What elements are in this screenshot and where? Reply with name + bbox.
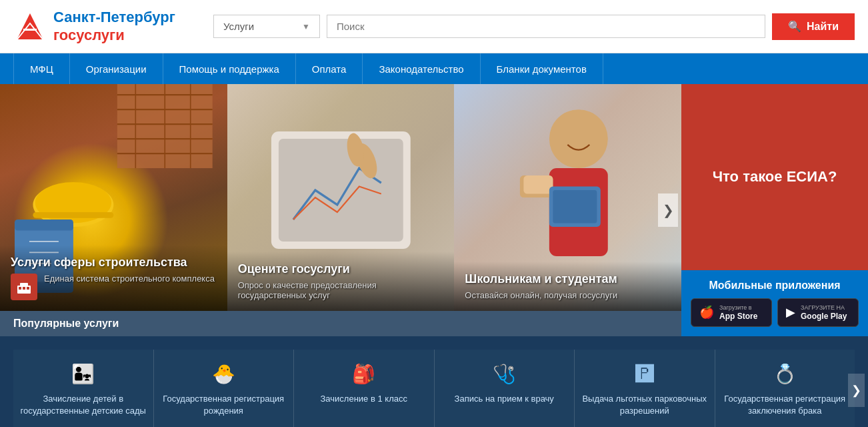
search-button[interactable]: 🔍 Найти [772, 13, 855, 40]
birth-reg-label: Государственная регистрация рождения [161, 393, 287, 417]
bottom-nav-arrow[interactable]: ❯ [848, 374, 865, 407]
google-play-name: Google Play [801, 312, 847, 321]
kindergarten-label: Зачисление детей в государственные детск… [20, 393, 147, 417]
svg-rect-24 [19, 287, 21, 290]
services-dropdown[interactable]: Услуги ▼ [213, 15, 320, 38]
hero-section: Услуги сферы строительства Единая систем… [0, 84, 868, 336]
svg-rect-36 [553, 190, 597, 223]
service-doctor[interactable]: 🩺 Запись на прием к врачу [435, 350, 575, 427]
doctor-label: Запись на прием к врачу [455, 393, 554, 405]
hero-card-evaluate[interactable]: Оцените госуслуги Опрос о качестве предо… [227, 84, 455, 311]
mobile-apps-title: Мобильные приложения [691, 280, 859, 292]
hero-main: Услуги сферы строительства Единая систем… [0, 84, 681, 336]
svg-rect-17 [15, 220, 73, 230]
evaluate-overlay: Оцените госуслуги Опрос о качестве предо… [227, 252, 455, 311]
parking-label: Выдача льготных парковочных разрешений [581, 393, 708, 417]
hero-arrow-icon: ❯ [663, 202, 674, 218]
construction-title: Услуги сферы строительства [11, 256, 217, 270]
search-area: Услуги ▼ 🔍 Найти [213, 13, 855, 40]
nav-item-mfc[interactable]: МФЦ [13, 53, 70, 84]
svg-rect-34 [524, 175, 553, 193]
logo-area: Санкт-Петербург госуслуги [13, 9, 200, 44]
svg-rect-15 [33, 212, 113, 218]
logo-gosuslugi: госуслуги [53, 27, 175, 44]
google-play-sub: ЗАГРУЗИТЕ НА [801, 304, 847, 312]
nav-item-organizations[interactable]: Организации [70, 53, 163, 84]
evaluate-desc: Опрос о качестве предоставления государс… [238, 280, 444, 300]
service-school-1[interactable]: 🎒 Зачисление в 1 класс [294, 350, 435, 427]
marriage-label: Государственная регистрация заключения б… [722, 393, 849, 417]
kindergarten-icon: 👨‍👧 [71, 363, 95, 385]
header: Санкт-Петербург госуслуги Услуги ▼ 🔍 Най… [0, 0, 868, 53]
popular-label: Популярные услуги [13, 318, 119, 329]
logo-city: Санкт-Петербург [53, 9, 175, 26]
hero-cards: Услуги сферы строительства Единая систем… [0, 84, 681, 311]
svg-rect-25 [23, 287, 25, 290]
svg-rect-2 [23, 29, 37, 31]
evaluate-title: Оцените госуслуги [238, 262, 444, 276]
esia-box[interactable]: Что такое ЕСИА? [681, 84, 868, 270]
svg-rect-26 [27, 287, 29, 290]
esia-label: Что такое ЕСИА? [713, 168, 837, 185]
search-icon: 🔍 [788, 20, 801, 33]
nav-item-legislation[interactable]: Законодательство [363, 53, 480, 84]
svg-point-31 [549, 109, 608, 168]
construction-desc: Единая система строительного комплекса [44, 274, 215, 284]
nav-item-payment[interactable]: Оплата [296, 53, 363, 84]
google-play-button[interactable]: ▶ ЗАГРУЗИТЕ НА Google Play [777, 298, 859, 327]
app-store-name: App Store [719, 312, 757, 321]
services-dropdown-label: Услуги [223, 21, 254, 32]
service-kindergarten[interactable]: 👨‍👧 Зачисление детей в государственные д… [13, 350, 154, 427]
service-birth-reg[interactable]: 🐣 Государственная регистрация рождения [154, 350, 295, 427]
app-buttons: 🍎 Загрузите в App Store ▶ ЗАГРУЗИТЕ НА G… [691, 298, 859, 327]
logo-icon [13, 10, 47, 43]
nav-item-blanks[interactable]: Бланки документов [481, 53, 603, 84]
hero-nav-arrow[interactable]: ❯ [658, 193, 678, 227]
service-marriage[interactable]: 💍 Государственная регистрация заключения… [715, 350, 855, 427]
hero-side: Что такое ЕСИА? Мобильные приложения 🍎 З… [681, 84, 868, 336]
bottom-arrow-icon: ❯ [851, 383, 861, 398]
dropdown-arrow-icon: ▼ [302, 22, 310, 31]
apple-icon: 🍎 [699, 305, 714, 320]
app-store-text: Загрузите в App Store [719, 304, 757, 321]
parking-icon: 🅿 [635, 363, 654, 385]
school-1-icon: 🎒 [352, 363, 375, 385]
hero-card-students[interactable]: Школьникам и студентам Оставайся онлайн,… [454, 84, 681, 311]
students-desc: Оставайся онлайн, получая госуслуги [465, 290, 671, 300]
services-grid: 👨‍👧 Зачисление детей в государственные д… [13, 350, 855, 427]
app-store-sub: Загрузите в [719, 304, 757, 312]
marriage-icon: 💍 [773, 363, 797, 385]
logo-text: Санкт-Петербург госуслуги [53, 9, 175, 44]
students-overlay: Школьникам и студентам Оставайся онлайн,… [454, 262, 681, 311]
mobile-apps-box: Мобильные приложения 🍎 Загрузите в App S… [681, 270, 868, 336]
doctor-icon: 🩺 [493, 363, 516, 385]
play-icon: ▶ [786, 305, 795, 320]
hero-card-construction[interactable]: Услуги сферы строительства Единая систем… [0, 84, 227, 311]
nav-bar: МФЦ Организации Помощь и поддержка Оплат… [0, 53, 868, 84]
school-1-label: Зачисление в 1 класс [321, 393, 407, 405]
construction-icon [11, 274, 37, 300]
google-play-text: ЗАГРУЗИТЕ НА Google Play [801, 304, 847, 321]
search-input[interactable] [327, 15, 765, 38]
students-title: Школьникам и студентам [465, 272, 671, 286]
service-parking[interactable]: 🅿 Выдача льготных парковочных разрешений [575, 350, 715, 427]
construction-overlay: Услуги сферы строительства Единая систем… [0, 245, 227, 311]
app-store-button[interactable]: 🍎 Загрузите в App Store [691, 298, 772, 327]
svg-rect-23 [20, 283, 28, 286]
birth-reg-icon: 🐣 [212, 363, 235, 385]
popular-banner: Популярные услуги [0, 311, 681, 336]
svg-rect-28 [279, 139, 403, 242]
construction-desc-box: Единая система строительного комплекса [11, 274, 217, 300]
nav-item-help[interactable]: Помощь и поддержка [163, 53, 296, 84]
popular-services-section: 👨‍👧 Зачисление детей в государственные д… [0, 336, 868, 427]
